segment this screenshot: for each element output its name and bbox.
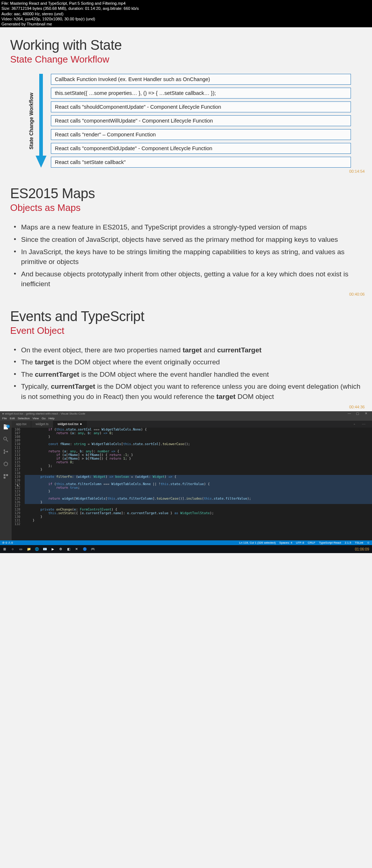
metadata-audio: Audio: aac, 48000 Hz, stereo (und) <box>1 11 371 16</box>
workflow-step: React calls "shouldComponentUpdate" - Co… <box>51 101 351 112</box>
code-line[interactable]: 117 } <box>12 468 372 471</box>
line-number: 129 <box>12 511 25 515</box>
line-number: 113 <box>12 453 25 457</box>
code-editor[interactable]: ↖ 106 if (this.state.sortCol === WidgetT… <box>12 428 372 540</box>
status-item[interactable]: 2.1.5 <box>345 541 351 544</box>
taskbar-app-icon[interactable]: 📧 <box>41 546 48 552</box>
status-item[interactable]: ☺ <box>367 541 370 544</box>
code-line[interactable]: 120 <box>12 479 372 482</box>
debug-icon[interactable] <box>3 461 9 467</box>
taskbar-app-icon[interactable]: ○ <box>9 546 16 552</box>
taskbar-app-icon[interactable]: ⚙ <box>57 546 64 552</box>
vscode-timestamp: 01:06:09 <box>355 547 369 551</box>
editor-tab[interactable]: app.tsx <box>12 421 31 428</box>
editor-tab[interactable]: widget-tool.tsx● <box>53 421 87 428</box>
code-line[interactable]: 132 <box>12 522 372 526</box>
status-item[interactable]: Ln 119, Col 1 (326 selected) <box>239 541 276 544</box>
git-icon[interactable] <box>3 448 9 455</box>
taskbar-app-icon[interactable]: 📁 <box>25 546 32 552</box>
explorer-icon[interactable]: 1 <box>3 424 9 430</box>
code-line[interactable]: 129 this.setState({ [e.currentTarget.nam… <box>12 511 372 515</box>
code-line[interactable]: 131 } <box>12 519 372 522</box>
slide-state-workflow: Working with State State Change Workflow… <box>0 27 372 176</box>
windows-taskbar[interactable]: ⊞○▭📁🌐📧▶⚙◧✕🔵🎮 01:06:09 <box>0 545 372 553</box>
line-number: 124 <box>12 493 25 497</box>
code-line[interactable]: 116 }; <box>12 464 372 468</box>
code-line[interactable]: 130 } <box>12 515 372 519</box>
code-line[interactable]: 118 <box>12 471 372 475</box>
svg-point-2 <box>4 437 7 440</box>
list-item: In JavaScript, the keys have to be strin… <box>13 247 362 267</box>
slide2-subtitle: Objects as Maps <box>10 202 362 213</box>
taskbar-app-icon[interactable]: 🌐 <box>33 546 40 552</box>
code-line[interactable]: 107 return (a: any, b: any) => 0; <box>12 431 372 435</box>
code-line[interactable]: 109 <box>12 439 372 442</box>
code-line[interactable]: 123 } <box>12 489 372 493</box>
status-problems[interactable]: ⊘ 0 ⚠ 0 <box>2 541 13 544</box>
line-number: 119 <box>12 475 25 479</box>
menu-item[interactable]: Selection <box>18 417 30 420</box>
status-item[interactable]: UTF-8 <box>296 541 304 544</box>
line-number: 109 <box>12 439 25 442</box>
status-item[interactable]: TSLint <box>355 541 363 544</box>
taskbar-app-icon[interactable]: ✕ <box>73 546 80 552</box>
slide-events-typescript: Events and TypeScript Event Object On th… <box>0 299 372 411</box>
taskbar-app-icon[interactable]: ◧ <box>65 546 72 552</box>
metadata-video: Video: h264, yuv420p, 1920x1080, 30.00 f… <box>1 16 371 21</box>
code-line[interactable]: 127 <box>12 504 372 508</box>
menu-item[interactable]: Edit <box>10 417 15 420</box>
menu-item[interactable]: File <box>2 417 7 420</box>
taskbar-app-icon[interactable]: ⊞ <box>1 546 8 552</box>
code-line[interactable]: 128 private onChange(e: FormControlEvent… <box>12 508 372 511</box>
menu-item[interactable]: View <box>33 417 39 420</box>
list-item: On the event object, there are two prope… <box>13 345 362 355</box>
metadata-size: Size: 367712194 bytes (350.68 MiB), dura… <box>1 6 371 11</box>
taskbar-app-icon[interactable]: ▭ <box>17 546 24 552</box>
status-item[interactable]: TypeScript React <box>319 541 341 544</box>
code-line[interactable]: 110 const fName: string = WidgetTableCol… <box>12 442 372 446</box>
slide3-title: Events and TypeScript <box>10 309 362 324</box>
line-number: 106 <box>12 428 25 431</box>
menu-item[interactable]: Help <box>48 417 54 420</box>
line-number: 110 <box>12 442 25 446</box>
svg-point-4 <box>4 449 5 451</box>
metadata-file: File: Mastering React and TypeScript, Pa… <box>1 1 371 6</box>
code-line[interactable]: 112 return (a: any, b: any): number => { <box>12 449 372 453</box>
extensions-icon[interactable] <box>3 473 9 480</box>
workflow-step: React calls "render" – Component Functio… <box>51 129 351 140</box>
status-item[interactable]: Spaces: 4 <box>279 541 292 544</box>
code-line[interactable]: 111 <box>12 446 372 449</box>
workflow-arrow: State Change Workflow <box>28 74 46 168</box>
line-number: 115 <box>12 460 25 464</box>
code-line[interactable]: 119 private filterFn: (widget: Widget) =… <box>12 475 372 479</box>
svg-point-5 <box>4 452 5 454</box>
svg-rect-0 <box>39 74 43 157</box>
code-line[interactable]: 108 } <box>12 435 372 439</box>
code-line[interactable]: 125 return widget[WidgetTableCols[this.s… <box>12 497 372 500</box>
window-controls[interactable]: — ▢ ✕ <box>348 412 370 416</box>
code-line[interactable]: 113 if (a[fName] < b[fName]) { return -1… <box>12 453 372 457</box>
code-line[interactable]: 114 if (a[fName] > b[fName]) { return 1;… <box>12 457 372 460</box>
line-number: 126 <box>12 500 25 504</box>
taskbar-app-icon[interactable]: 🎮 <box>89 546 96 552</box>
editor-tab[interactable]: widget.ts <box>31 421 53 428</box>
status-bar: ⊘ 0 ⚠ 0 Ln 119, Col 1 (326 selected)Spac… <box>0 540 372 545</box>
vscode-menubar[interactable]: FileEditSelectionViewGoHelp <box>0 416 372 421</box>
down-arrow-icon <box>36 74 46 168</box>
code-line[interactable]: 115 return 0; <box>12 460 372 464</box>
slide2-title: ES2015 Maps <box>10 186 362 201</box>
taskbar-app-icon[interactable]: ▶ <box>49 546 56 552</box>
tab-actions[interactable]: ▫ ⋯ <box>350 421 372 428</box>
line-number: 131 <box>12 519 25 522</box>
menu-item[interactable]: Go <box>42 417 46 420</box>
code-line[interactable]: 126 } <box>12 500 372 504</box>
code-line[interactable]: 106 if (this.state.sortCol === WidgetTab… <box>12 428 372 431</box>
status-item[interactable]: CRLF <box>308 541 315 544</box>
code-line[interactable]: 122 return true; <box>12 486 372 489</box>
list-item: And because objects prototypally inherit… <box>13 269 362 289</box>
svg-rect-11 <box>4 474 5 476</box>
taskbar-app-icon[interactable]: 🔵 <box>81 546 88 552</box>
search-icon[interactable] <box>3 436 9 443</box>
code-line[interactable]: 121 if (this.state.filterColumn === Widg… <box>12 482 372 486</box>
code-line[interactable]: 124 <box>12 493 372 497</box>
